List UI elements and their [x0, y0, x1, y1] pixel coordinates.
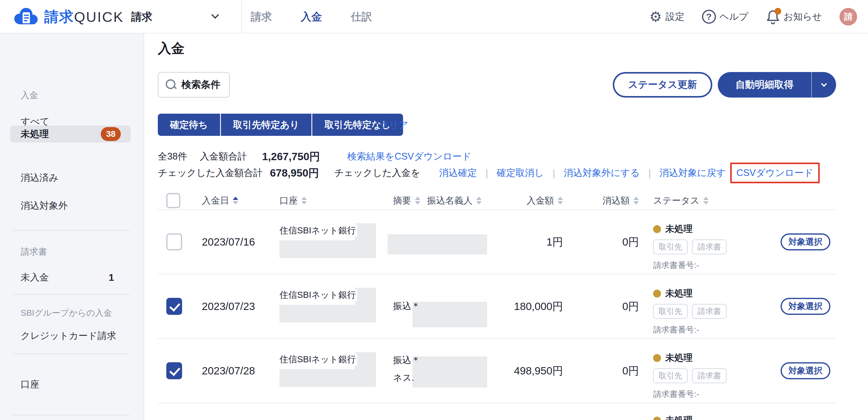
summary-row-totals: 全38件 入金額合計 1,267,750円 検索結果をCSVダウンロード [158, 150, 471, 163]
cleared-amount: 0円 [563, 210, 639, 274]
deposit-date: 2023/07/28 [202, 339, 280, 403]
auto-fetch-label: 自動明細取得 [718, 78, 811, 91]
action-confirm-link[interactable]: 消込確定 [439, 167, 477, 179]
deposit-date: 2023/07/16 [202, 210, 280, 274]
sort-icon[interactable] [476, 197, 482, 204]
sidebar-divider [13, 294, 130, 295]
row-checkbox[interactable] [166, 298, 182, 315]
status-dot [653, 354, 661, 362]
search-conditions-button[interactable]: 検索条件 [158, 72, 230, 97]
auto-fetch-dropdown[interactable] [812, 84, 836, 86]
help-button[interactable]: ? ヘルプ [702, 10, 748, 24]
sidebar-item-cleared[interactable]: 消込済み [21, 172, 59, 183]
table-row-partial: 未処理 [158, 403, 836, 420]
sidebar: 入金 すべて 未処理 38 消込済み 消込対象外 請求書 未入金 1 SBIグル… [0, 33, 144, 420]
select-target-button[interactable]: 対象選択 [781, 362, 830, 379]
sort-icon[interactable] [301, 197, 307, 204]
invoice-number: 請求書番号:- [653, 389, 781, 400]
column-header-amount[interactable]: 入金額 [487, 192, 563, 209]
user-avatar[interactable]: 請 [839, 8, 857, 26]
header-checkbox-cell [158, 192, 202, 209]
total-count: 全38件 [158, 150, 187, 163]
cloud-logo-icon [12, 6, 40, 27]
account-cell: 住信SBIネット銀行 [280, 339, 393, 403]
invoice-number: 請求書番号:- [653, 260, 781, 271]
partner-badge: 取引先 [653, 368, 688, 383]
sidebar-section-deposits: 入金 [21, 90, 38, 101]
tab-nyukin[interactable]: 入金 [301, 10, 322, 24]
column-header-cleared[interactable]: 消込額 [563, 192, 639, 209]
auto-fetch-button[interactable]: 自動明細取得 [718, 72, 836, 97]
action-cell: 対象選択 [781, 339, 836, 403]
clear-filters-link[interactable]: クリア [379, 119, 408, 132]
memo-payer-cell [393, 210, 487, 274]
sidebar-section-sbi: SBIグループからの入金 [21, 308, 112, 318]
select-target-button[interactable]: 対象選択 [781, 298, 830, 315]
sort-icon[interactable] [233, 197, 238, 204]
sidebar-divider [13, 415, 130, 415]
workspace-label: 請求 [131, 10, 152, 24]
main-content: 入金 検索条件 ステータス更新 自動明細取得 確定待ち 取引先特定あり 取引先特… [144, 33, 868, 420]
summary-row-checked: チェックした入金額合計 678,950円 チェックした入金を 消込確定 ｜ 確定… [158, 164, 820, 182]
logo-kanji: 請求 [44, 7, 74, 26]
tab-seikyu[interactable]: 請求 [251, 10, 272, 24]
action-cancel-link[interactable]: 確定取消し [497, 167, 544, 179]
sort-icon[interactable] [703, 197, 709, 204]
memo-payer-cell: 振込＊ ネス. [393, 339, 487, 403]
filter-chip-partner-identified[interactable]: 取引先特定あり [220, 114, 311, 136]
table-row: 2023/07/28 住信SBIネット銀行 振込＊ ネス. 498,950円 0… [158, 339, 836, 403]
column-header-memo-payer: 摘要 振込名義人 [393, 192, 487, 209]
column-header-status[interactable]: ステータス [639, 192, 781, 209]
app-logo: 請求QUICK [12, 6, 124, 27]
redacted-block [412, 357, 487, 388]
results-csv-download-link[interactable]: 検索結果をCSVダウンロード [347, 150, 471, 163]
row-checkbox-cell [158, 210, 202, 274]
bank-name: 住信SBIネット銀行 [280, 225, 357, 237]
status-cell: 未処理 取引先 請求書 請求書番号:- [639, 274, 781, 338]
status-update-button[interactable]: ステータス更新 [613, 72, 712, 97]
action-exclude-link[interactable]: 消込対象外にする [564, 167, 640, 179]
sidebar-item-unpaid[interactable]: 未入金 [21, 272, 49, 283]
settings-button[interactable]: ⚙ 設定 [649, 10, 684, 24]
status-cell: 未処理 取引先 請求書 請求書番号:- [639, 339, 781, 403]
help-label: ヘルプ [720, 10, 748, 23]
select-all-checkbox[interactable] [166, 193, 180, 208]
checked-actions-prefix: チェックした入金を [334, 167, 420, 179]
sidebar-item-unprocessed[interactable]: 未処理 38 [10, 125, 131, 143]
checked-amount-value: 678,950円 [270, 166, 319, 180]
select-target-button[interactable]: 対象選択 [781, 233, 830, 250]
sidebar-item-credit-card[interactable]: クレジットカード請求 [21, 330, 116, 341]
status-dot [653, 290, 661, 298]
tab-shiwake[interactable]: 仕訳 [351, 10, 372, 24]
news-button[interactable]: お知らせ [766, 9, 822, 24]
sort-icon[interactable] [558, 197, 563, 204]
action-restore-link[interactable]: 消込対象に戻す [659, 167, 726, 179]
link-separator: ｜ [482, 167, 491, 179]
top-bar: 請求QUICK 請求 請求 入金 仕訳 ⚙ 設定 ? ヘルプ [0, 0, 868, 33]
cleared-amount: 0円 [563, 274, 639, 338]
workspace-switcher[interactable]: 請求 [131, 0, 152, 33]
memo-text: 振込＊ [393, 354, 420, 366]
column-header-date[interactable]: 入金日 [202, 192, 280, 209]
redacted-block [355, 288, 376, 323]
status-cell: 未処理 [653, 414, 692, 420]
link-separator: ｜ [549, 167, 558, 179]
sidebar-item-account[interactable]: 口座 [21, 379, 39, 390]
partner-badge: 取引先 [653, 304, 688, 319]
sort-icon[interactable] [633, 197, 639, 204]
sidebar-item-excluded[interactable]: 消込対象外 [21, 200, 68, 211]
column-header-account[interactable]: 口座 [280, 192, 393, 209]
redacted-block [280, 241, 355, 258]
chevron-down-icon[interactable] [211, 11, 219, 19]
row-checkbox[interactable] [166, 233, 182, 250]
cleared-amount: 0円 [563, 339, 639, 403]
redacted-block [412, 302, 487, 327]
csv-download-link[interactable]: CSVダウンロード [737, 167, 813, 178]
action-cell: 対象選択 [781, 274, 836, 338]
notification-dot [775, 8, 781, 15]
row-checkbox[interactable] [166, 362, 182, 379]
filter-chip-pending[interactable]: 確定待ち [158, 114, 220, 136]
status-cell: 未処理 取引先 請求書 請求書番号:- [639, 210, 781, 274]
table-row: 2023/07/16 住信SBIネット銀行 1円 0円 未処理 取引先 請求書 [158, 210, 836, 274]
sort-icon[interactable] [415, 197, 420, 204]
